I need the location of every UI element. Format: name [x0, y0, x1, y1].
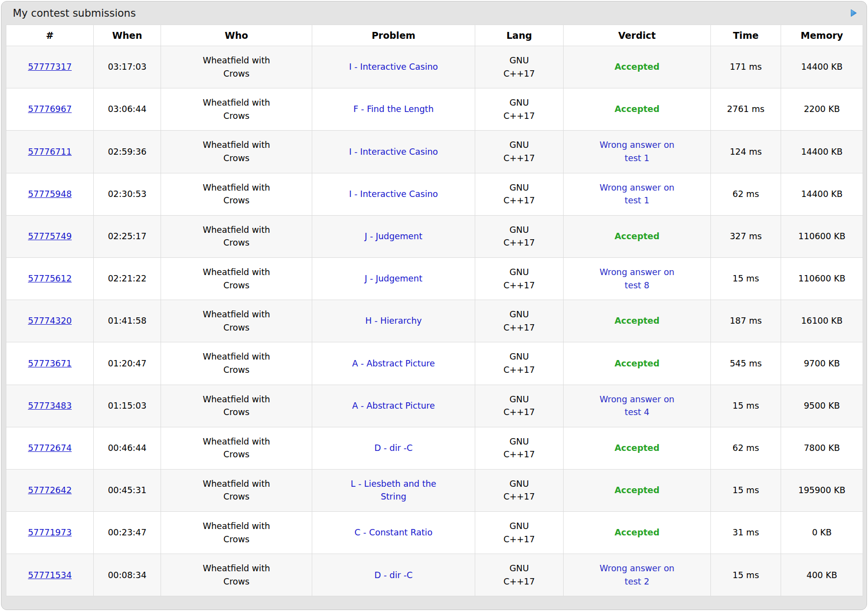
- submission-id-link[interactable]: 57776967: [28, 104, 72, 114]
- cell-verdict: Accepted: [564, 512, 711, 554]
- problem-link[interactable]: J - Judgement: [365, 274, 423, 283]
- cell-lang: GNU C++17: [475, 342, 564, 385]
- submission-time: 02:59:36: [94, 131, 161, 173]
- table-header-row: # When Who Problem Lang Verdict Time Mem…: [6, 25, 863, 46]
- cell-lang: GNU C++17: [475, 88, 564, 131]
- submission-time: 01:15:03: [94, 385, 161, 427]
- cell-id: 57771973: [6, 512, 94, 554]
- lang-label: GNU C++17: [501, 139, 538, 165]
- time-consumed: 171 ms: [711, 46, 781, 88]
- cell-verdict: Accepted: [564, 469, 711, 511]
- submission-time: 00:46:44: [94, 427, 161, 469]
- cell-verdict: Wrong answer on test 1: [564, 131, 711, 173]
- submission-id-link[interactable]: 57774320: [28, 316, 72, 326]
- submission-id-link[interactable]: 57772642: [28, 485, 72, 495]
- cell-lang: GNU C++17: [475, 469, 564, 511]
- lang-label: GNU C++17: [501, 393, 538, 419]
- verdict-label: Accepted: [615, 484, 659, 497]
- time-consumed: 124 ms: [711, 131, 781, 173]
- submissions-panel: My contest submissions # When Who: [1, 1, 867, 610]
- cell-problem: I - Interactive Casino: [312, 131, 475, 173]
- submission-row: 5777153400:08:34Wheatfield with CrowsD -…: [6, 554, 863, 596]
- cell-verdict: Wrong answer on test 2: [564, 554, 711, 596]
- submission-id-link[interactable]: 57771534: [28, 570, 72, 580]
- cell-who: Wheatfield with Crows: [161, 512, 312, 554]
- submission-id-link[interactable]: 57776711: [28, 147, 72, 157]
- cell-problem: A - Abstract Picture: [312, 342, 475, 385]
- submission-time: 01:20:47: [94, 342, 161, 385]
- cell-who: Wheatfield with Crows: [161, 131, 312, 173]
- problem-link[interactable]: D - dir -C: [374, 443, 412, 453]
- submission-row: 5777594802:30:53Wheatfield with CrowsI -…: [6, 173, 863, 215]
- cell-who: Wheatfield with Crows: [161, 46, 312, 88]
- column-header-problem: Problem: [312, 25, 475, 46]
- submission-id-link[interactable]: 57773671: [28, 359, 72, 368]
- memory-consumed: 14400 KB: [781, 131, 863, 173]
- submission-row: 5777197300:23:47Wheatfield with CrowsC -…: [6, 512, 863, 554]
- time-consumed: 187 ms: [711, 300, 781, 342]
- verdict-label: Wrong answer on test 2: [592, 562, 682, 588]
- cell-lang: GNU C++17: [475, 173, 564, 215]
- participant-name: Wheatfield with Crows: [199, 393, 274, 419]
- problem-link[interactable]: C - Constant Ratio: [354, 528, 433, 537]
- submission-time: 00:08:34: [94, 554, 161, 596]
- cell-verdict: Wrong answer on test 8: [564, 257, 711, 300]
- memory-consumed: 195900 KB: [781, 469, 863, 511]
- cell-verdict: Accepted: [564, 342, 711, 385]
- cell-verdict: Accepted: [564, 46, 711, 88]
- submission-row: 5777574902:25:17Wheatfield with CrowsJ -…: [6, 215, 863, 257]
- problem-link[interactable]: I - Interactive Casino: [349, 62, 438, 72]
- cell-lang: GNU C++17: [475, 427, 564, 469]
- participant-name: Wheatfield with Crows: [199, 350, 274, 376]
- cell-verdict: Wrong answer on test 4: [564, 385, 711, 427]
- cell-lang: GNU C++17: [475, 257, 564, 300]
- cell-id: 57775612: [6, 257, 94, 300]
- cell-verdict: Accepted: [564, 427, 711, 469]
- panel-caption: My contest submissions: [6, 1, 862, 25]
- cell-id: 57771534: [6, 554, 94, 596]
- expand-panel-button[interactable]: [849, 8, 858, 18]
- cell-lang: GNU C++17: [475, 512, 564, 554]
- participant-name: Wheatfield with Crows: [199, 435, 274, 461]
- submission-id-link[interactable]: 57775612: [28, 274, 72, 283]
- cell-who: Wheatfield with Crows: [161, 215, 312, 257]
- problem-link[interactable]: A - Abstract Picture: [352, 359, 435, 368]
- submission-id-link[interactable]: 57772674: [28, 443, 72, 453]
- cell-problem: I - Interactive Casino: [312, 173, 475, 215]
- cell-problem: I - Interactive Casino: [312, 46, 475, 88]
- problem-link[interactable]: I - Interactive Casino: [349, 189, 438, 199]
- column-header-id: #: [6, 25, 94, 46]
- lang-label: GNU C++17: [501, 435, 538, 461]
- cell-verdict: Wrong answer on test 1: [564, 173, 711, 215]
- submission-id-link[interactable]: 57775948: [28, 189, 72, 199]
- lang-label: GNU C++17: [501, 477, 538, 503]
- submission-row: 5777696703:06:44Wheatfield with CrowsF -…: [6, 88, 863, 131]
- memory-consumed: 9500 KB: [781, 385, 863, 427]
- verdict-label: Wrong answer on test 8: [592, 266, 682, 292]
- problem-link[interactable]: H - Hierarchy: [365, 316, 422, 326]
- cell-who: Wheatfield with Crows: [161, 427, 312, 469]
- problem-link[interactable]: I - Interactive Casino: [349, 147, 438, 157]
- submission-row: 5777348301:15:03Wheatfield with CrowsA -…: [6, 385, 863, 427]
- column-header-verdict: Verdict: [564, 25, 711, 46]
- submission-id-link[interactable]: 57775749: [28, 231, 72, 241]
- submission-id-link[interactable]: 57771973: [28, 528, 72, 537]
- memory-consumed: 110600 KB: [781, 215, 863, 257]
- submission-id-link[interactable]: 57777317: [28, 62, 72, 72]
- problem-link[interactable]: A - Abstract Picture: [352, 401, 435, 411]
- cell-problem: C - Constant Ratio: [312, 512, 475, 554]
- submission-time: 02:25:17: [94, 215, 161, 257]
- cell-lang: GNU C++17: [475, 131, 564, 173]
- submission-id-link[interactable]: 57773483: [28, 401, 72, 411]
- problem-link[interactable]: J - Judgement: [365, 231, 423, 241]
- cell-verdict: Accepted: [564, 300, 711, 342]
- problem-link[interactable]: L - Liesbeth and the String: [343, 492, 444, 502]
- memory-consumed: 9700 KB: [781, 342, 863, 385]
- verdict-label: Accepted: [615, 230, 659, 243]
- time-consumed: 15 ms: [711, 469, 781, 511]
- memory-consumed: 2200 KB: [781, 88, 863, 131]
- play-arrow-icon: [850, 9, 857, 17]
- time-consumed: 15 ms: [711, 257, 781, 300]
- problem-link[interactable]: D - dir -C: [374, 570, 412, 580]
- problem-link[interactable]: F - Find the Length: [353, 104, 434, 114]
